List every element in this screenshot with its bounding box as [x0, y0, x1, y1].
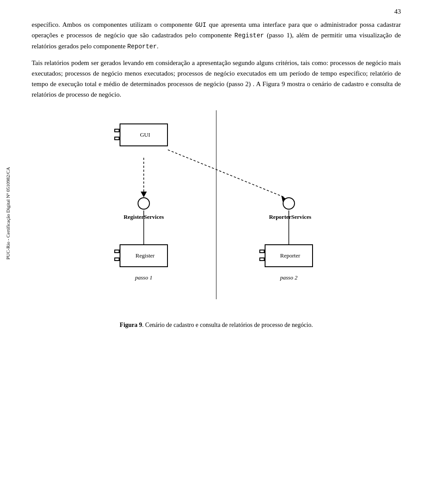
reporter-component: Reporter [265, 244, 313, 267]
svg-line-3 [168, 150, 284, 197]
reporter-services-circle-wrap [283, 197, 295, 210]
reporter-services-circle [283, 197, 295, 210]
gui-tab-top [114, 129, 120, 132]
reporter-tab-bottom [259, 257, 265, 261]
reporter-services-label-wrap: ReporterServices [264, 211, 316, 222]
register-component: Register [120, 244, 168, 267]
passo1-label: passo 1 [135, 274, 152, 281]
p1-code-register: Register [234, 32, 264, 39]
passo2-label: passo 2 [280, 274, 297, 281]
register-services-circle-wrap [138, 197, 150, 210]
gui-component: GUI [120, 123, 168, 146]
register-tab-bottom [114, 257, 120, 261]
register-tab-top [114, 250, 120, 253]
page-number: 43 [394, 8, 401, 15]
register-services-circle [138, 197, 150, 210]
register-services-label-wrap: RegisterServices [120, 211, 168, 222]
diagram-area: GUI RegisterServices Register [32, 110, 401, 312]
sidebar-watermark: PUC-Rio - Certificação Digital Nº 051098… [5, 167, 11, 260]
p1-code-reporter: Reporter [127, 43, 156, 50]
figure-caption: Figura 9. Cenário de cadastro e consulta… [32, 320, 401, 330]
register-label: Register [135, 251, 154, 261]
gui-box: GUI [120, 123, 168, 146]
register-services-label: RegisterServices [124, 214, 164, 220]
register-box: Register [120, 244, 168, 267]
reporter-services-label: ReporterServices [269, 214, 311, 220]
svg-marker-2 [141, 192, 147, 197]
reporter-box: Reporter [265, 244, 313, 267]
reporter-label: Reporter [280, 251, 300, 261]
gui-tab-bottom [114, 137, 120, 140]
p1-code-gui: GUI [195, 22, 206, 29]
paragraph-2: Tais relatórios podem ser gerados levand… [32, 58, 401, 100]
paragraph-1: específico. Ambos os componentes utiliza… [32, 19, 401, 51]
reporter-tab-top [259, 250, 265, 253]
passo1-wrap: passo 1 [120, 272, 168, 283]
passo2-wrap: passo 2 [265, 272, 313, 283]
diagram-wrapper: GUI RegisterServices Register [71, 110, 361, 312]
p1-text-end: . [157, 43, 159, 50]
diagram-svg [71, 110, 361, 312]
main-content: específico. Ambos os componentes utiliza… [32, 19, 401, 330]
p1-text-start: específico. Ambos os componentes utiliza… [32, 21, 195, 28]
gui-label: GUI [140, 131, 150, 140]
figure-caption-bold: Figura 9 [120, 322, 142, 328]
figure-caption-text: . Cenário de cadastro e consulta de rela… [142, 322, 313, 328]
